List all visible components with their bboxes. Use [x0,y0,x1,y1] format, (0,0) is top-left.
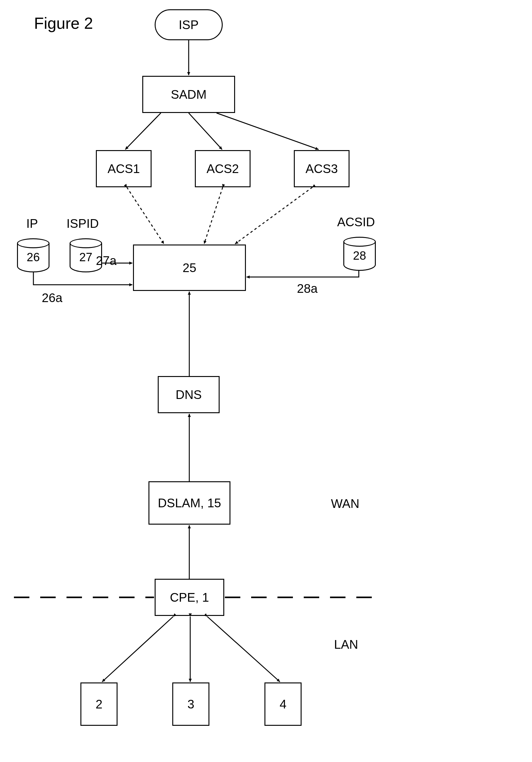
cyl-ip: 26 [17,238,49,272]
node3: 3 [172,682,209,726]
node25: 25 [133,245,246,291]
svg-line-13 [102,617,173,682]
dns-node: DNS [158,376,220,413]
dns-label: DNS [176,388,202,402]
acs2-label: ACS2 [207,162,239,176]
cyl-ip-top-label: IP [26,217,38,231]
isp-node: ISP [155,9,223,40]
cyl-acsid-top-label: ACSID [337,215,375,229]
svg-line-3 [217,113,319,149]
node4-label: 4 [280,697,287,711]
acs3-label: ACS3 [305,162,338,176]
svg-line-5 [204,187,223,244]
figure-title: Figure 2 [34,14,93,33]
label-27a: 27a [96,254,117,268]
cyl-ispid-num: 27 [79,251,92,264]
cpe-label: CPE, 1 [170,590,209,604]
cpe-node: CPE, 1 [155,579,224,616]
acs2-node: ACS2 [195,150,250,187]
lan-label: LAN [334,638,358,651]
cyl-ip-num: 26 [27,251,39,264]
svg-line-1 [125,113,161,149]
svg-line-4 [127,187,164,244]
svg-line-15 [207,617,280,682]
cyl-ispid-top-label: ISPID [66,217,99,231]
dslam-node: DSLAM, 15 [149,481,231,525]
label-26a: 26a [42,291,62,305]
dslam-label: DSLAM, 15 [158,496,221,510]
cyl-acsid-num: 28 [353,249,366,263]
svg-line-6 [235,187,312,244]
wan-label: WAN [331,497,360,511]
svg-line-2 [189,113,222,149]
node25-label: 25 [182,261,196,275]
sadm-node: SADM [142,76,235,113]
cyl-acsid: 28 [343,237,376,271]
sadm-label: SADM [171,88,207,102]
node2: 2 [80,682,117,726]
node2-label: 2 [96,697,102,711]
connectors [0,0,532,762]
acs1-node: ACS1 [96,150,152,187]
label-28a: 28a [297,282,318,296]
node4: 4 [264,682,301,726]
acs1-label: ACS1 [108,162,140,176]
node3-label: 3 [187,697,194,711]
diagram-canvas: Figure 2 ISP SADM ACS1 ACS2 ACS3 25 26 I… [0,0,532,762]
acs3-node: ACS3 [294,150,350,187]
isp-label: ISP [179,18,199,32]
